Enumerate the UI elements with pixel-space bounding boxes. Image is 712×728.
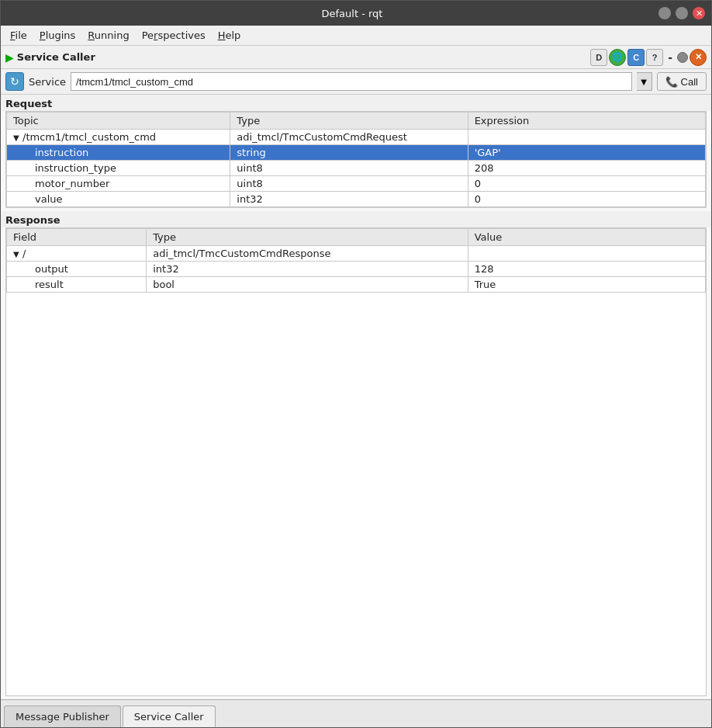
request-col-topic: Topic: [7, 113, 230, 130]
request-type-cell: int32: [230, 192, 468, 207]
refresh-button[interactable]: ↻: [5, 72, 24, 91]
response-value-cell: [468, 246, 705, 262]
call-button[interactable]: 📞 Call: [657, 72, 707, 91]
service-dropdown[interactable]: ▼: [637, 72, 652, 91]
menu-running[interactable]: Running: [81, 28, 135, 43]
request-topic-cell: motor_number: [7, 176, 230, 192]
plugin-header: ▶ Service Caller D 🌐 C ? - ✕: [1, 46, 711, 69]
request-topic-cell: instruction: [7, 145, 230, 161]
service-label: Service: [29, 76, 66, 88]
response-value-cell: True: [468, 277, 705, 293]
response-col-field: Field: [7, 229, 147, 246]
request-expr-cell[interactable]: 0: [468, 176, 705, 192]
menu-plugins[interactable]: Plugins: [33, 28, 82, 43]
tree-expand-icon[interactable]: ▼: [13, 133, 22, 142]
window-title: Default - rqt: [46, 8, 658, 19]
request-expr-cell: [468, 130, 705, 145]
request-topic-cell: instruction_type: [7, 161, 230, 176]
minimize-button[interactable]: −: [658, 7, 671, 19]
menu-perspectives[interactable]: Perspectives: [136, 28, 212, 43]
request-type-cell: adi_tmcl/TmcCustomCmdRequest: [230, 130, 468, 145]
response-field-cell: result: [7, 277, 147, 293]
table-row[interactable]: motor_number uint8 0: [7, 176, 706, 192]
tab-message-publisher[interactable]: Message Publisher: [4, 705, 121, 727]
play-icon: ▶: [5, 51, 14, 64]
table-row[interactable]: ▼ /tmcm1/tmcl_custom_cmd adi_tmcl/TmcCus…: [7, 130, 706, 145]
response-type-cell: bool: [147, 277, 468, 293]
tab-service-caller-label: Service Caller: [134, 711, 204, 723]
request-expr-cell[interactable]: 'GAP': [468, 145, 705, 161]
tab-message-publisher-label: Message Publisher: [16, 711, 109, 723]
request-type-cell: uint8: [230, 161, 468, 176]
request-table: Topic Type Expression ▼ /tmcm1/tmcl_cust…: [6, 112, 706, 207]
titlebar: Default - rqt − □ ✕: [1, 1, 711, 26]
main-window: Default - rqt − □ ✕ File Plugins Running…: [0, 0, 712, 728]
c-button[interactable]: C: [627, 49, 645, 66]
response-section-label: Response: [1, 211, 711, 227]
request-expr-cell[interactable]: 208: [468, 161, 705, 176]
response-table-container: Field Type Value ▼ / adi_tmcl/TmcCustomC…: [5, 227, 707, 696]
request-table-container: Topic Type Expression ▼ /tmcm1/tmcl_cust…: [5, 111, 707, 208]
menu-file[interactable]: File: [4, 28, 33, 43]
tree-expand-icon[interactable]: ▼: [13, 250, 22, 258]
separator-dash: -: [665, 51, 676, 64]
d-button[interactable]: D: [590, 49, 607, 66]
response-value-cell: 128: [468, 262, 705, 277]
request-col-expression: Expression: [468, 113, 705, 130]
plugin-title: ▶ Service Caller: [5, 51, 95, 64]
maximize-button[interactable]: □: [676, 7, 688, 19]
table-row[interactable]: result bool True: [7, 277, 706, 293]
request-topic-cell: ▼ /tmcm1/tmcl_custom_cmd: [7, 130, 230, 145]
response-col-value: Value: [468, 229, 705, 246]
response-type-cell: adi_tmcl/TmcCustomCmdResponse: [147, 246, 468, 262]
response-header-row: Field Type Value: [7, 229, 706, 246]
request-expr-cell[interactable]: 0: [468, 192, 705, 207]
table-row[interactable]: ▼ / adi_tmcl/TmcCustomCmdResponse: [7, 246, 706, 262]
request-section: Request Topic Type Expression ▼ /tmcm1/: [1, 95, 711, 211]
request-topic-cell: value: [7, 192, 230, 207]
service-row: ↻ Service ▼ 📞 Call: [1, 69, 711, 95]
response-field-cell: output: [7, 262, 147, 277]
table-row[interactable]: instruction string 'GAP': [7, 145, 706, 161]
response-table: Field Type Value ▼ / adi_tmcl/TmcCustomC…: [6, 228, 706, 293]
plugin-title-text: Service Caller: [17, 51, 95, 63]
table-row[interactable]: value int32 0: [7, 192, 706, 207]
call-label: Call: [681, 76, 698, 88]
phone-icon: 📞: [665, 76, 678, 88]
service-input[interactable]: [71, 72, 632, 91]
menu-help[interactable]: Help: [212, 28, 247, 43]
tab-service-caller[interactable]: Service Caller: [123, 705, 216, 727]
response-field-cell: ▼ /: [7, 246, 147, 262]
request-header-row: Topic Type Expression: [7, 113, 706, 130]
response-col-type: Type: [147, 229, 468, 246]
table-row[interactable]: output int32 128: [7, 262, 706, 277]
tab-bar: Message Publisher Service Caller: [1, 699, 711, 727]
request-type-cell: uint8: [230, 176, 468, 192]
question-button[interactable]: ?: [646, 49, 663, 66]
request-col-type: Type: [230, 113, 468, 130]
response-section: Response Field Type Value ▼ /: [1, 211, 711, 699]
titlebar-controls: − □ ✕: [658, 7, 705, 19]
request-section-label: Request: [1, 95, 711, 111]
circle-button[interactable]: [677, 52, 688, 63]
request-type-cell: string: [230, 145, 468, 161]
globe-button[interactable]: 🌐: [609, 49, 626, 66]
plugin-controls: D 🌐 C ? - ✕: [590, 49, 707, 66]
x-button[interactable]: ✕: [690, 49, 707, 66]
table-row[interactable]: instruction_type uint8 208: [7, 161, 706, 176]
response-type-cell: int32: [147, 262, 468, 277]
main-content: Request Topic Type Expression ▼ /tmcm1/: [1, 95, 711, 699]
close-button[interactable]: ✕: [693, 7, 705, 19]
menubar: File Plugins Running Perspectives Help: [1, 26, 711, 46]
